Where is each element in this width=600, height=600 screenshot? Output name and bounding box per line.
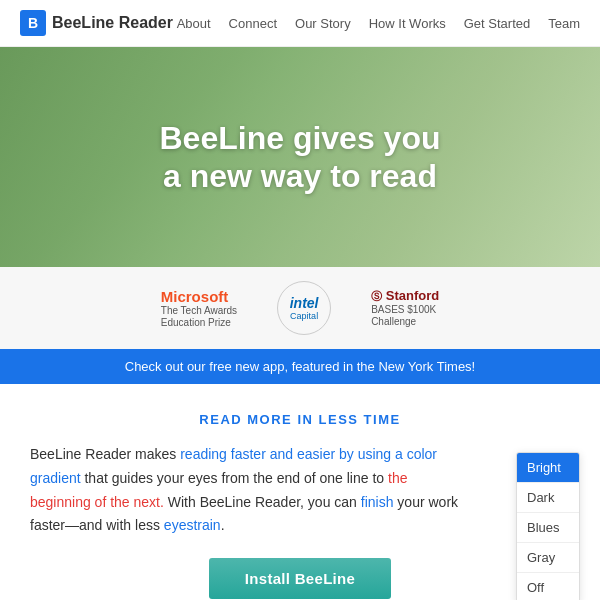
hero-section: BeeLine gives you a new way to read bbox=[0, 47, 600, 267]
nav-get-started[interactable]: Get Started bbox=[464, 16, 530, 31]
stanford-sub: BASES $100K Challenge bbox=[371, 304, 439, 328]
main-content: READ MORE IN LESS TIME BeeLine Reader ma… bbox=[0, 384, 600, 600]
partners-bar: Microsoft The Tech Awards Education Priz… bbox=[0, 267, 600, 349]
theme-item-gray[interactable]: Gray bbox=[517, 543, 579, 573]
theme-item-bright[interactable]: Bright bbox=[517, 453, 579, 483]
stanford-name: Stanford bbox=[386, 288, 439, 303]
partner-microsoft: Microsoft The Tech Awards Education Priz… bbox=[161, 288, 237, 329]
theme-item-blues[interactable]: Blues bbox=[517, 513, 579, 543]
nav-connect[interactable]: Connect bbox=[229, 16, 277, 31]
body-text-highlight3: finish bbox=[361, 494, 394, 510]
navbar: B BeeLine Reader About Connect Our Story… bbox=[0, 0, 600, 47]
nav-our-story[interactable]: Our Story bbox=[295, 16, 351, 31]
body-text-2: that guides your eyes from the end of on… bbox=[81, 470, 388, 486]
banner-text: Check out our free new app, featured in … bbox=[125, 359, 475, 374]
intel-name: intel bbox=[290, 295, 319, 311]
body-text-highlight4: eyestrain bbox=[164, 517, 221, 533]
theme-item-off[interactable]: Off bbox=[517, 573, 579, 600]
nav-how-it-works[interactable]: How It Works bbox=[369, 16, 446, 31]
body-text-1: BeeLine Reader makes bbox=[30, 446, 180, 462]
partner-stanford: Ⓢ Stanford BASES $100K Challenge bbox=[371, 288, 439, 328]
body-text: BeeLine Reader makes reading faster and … bbox=[30, 443, 460, 538]
hero-title-line2: a new way to read bbox=[163, 158, 437, 194]
body-text-5: . bbox=[221, 517, 225, 533]
hero-title-line1: BeeLine gives you bbox=[160, 120, 441, 156]
hero-title: BeeLine gives you a new way to read bbox=[160, 119, 441, 196]
intel-sub: Capital bbox=[290, 311, 318, 321]
install-button[interactable]: Install BeeLine bbox=[209, 558, 391, 599]
stanford-logo: Ⓢ Stanford bbox=[371, 288, 439, 304]
logo-b-icon: B bbox=[20, 10, 46, 36]
theme-item-dark[interactable]: Dark bbox=[517, 483, 579, 513]
install-btn-wrapper: Install BeeLine bbox=[30, 558, 570, 599]
microsoft-sub: The Tech Awards Education Prize bbox=[161, 305, 237, 329]
promo-banner: Check out our free new app, featured in … bbox=[0, 349, 600, 384]
microsoft-name: Microsoft bbox=[161, 288, 237, 305]
section-label: READ MORE IN LESS TIME bbox=[30, 412, 570, 427]
body-text-3: With BeeLine Reader, you can bbox=[164, 494, 361, 510]
theme-panel: Bright Dark Blues Gray Off bbox=[516, 452, 580, 600]
logo-text: BeeLine Reader bbox=[52, 14, 173, 32]
partner-intel: intel Capital bbox=[277, 281, 331, 335]
nav-team[interactable]: Team bbox=[548, 16, 580, 31]
nav-links: About Connect Our Story How It Works Get… bbox=[177, 16, 580, 31]
logo: B BeeLine Reader bbox=[20, 10, 173, 36]
nav-about[interactable]: About bbox=[177, 16, 211, 31]
hero-content: BeeLine gives you a new way to read bbox=[0, 47, 600, 267]
